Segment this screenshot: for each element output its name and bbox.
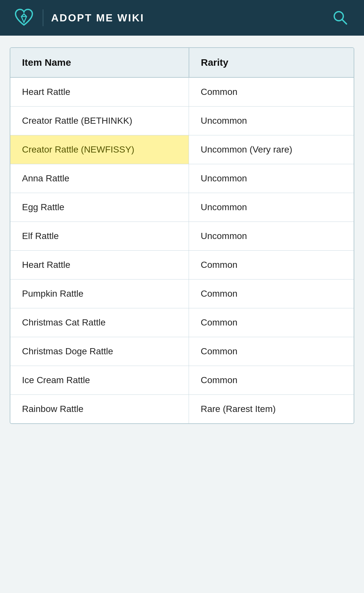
rarity-cell: Common xyxy=(189,337,354,366)
table-row: Pumpkin RattleCommon xyxy=(10,279,354,308)
rarity-cell: Uncommon xyxy=(189,107,354,135)
table-row: Creator Rattle (BETHINKK)Uncommon xyxy=(10,107,354,135)
rarity-cell: Rare (Rarest Item) xyxy=(189,395,354,424)
site-title: ADOPT ME WIKI xyxy=(51,12,144,24)
table-row: Creator Rattle (NEWFISSY)Uncommon (Very … xyxy=(10,135,354,164)
site-header: ADOPT ME WIKI xyxy=(0,0,364,36)
rarity-cell: Uncommon (Very rare) xyxy=(189,135,354,164)
rarity-cell: Common xyxy=(189,308,354,337)
search-button[interactable] xyxy=(329,6,351,29)
header-divider xyxy=(43,9,43,26)
rarity-cell: Common xyxy=(189,251,354,279)
rarity-cell: Common xyxy=(189,366,354,395)
item-name-cell: Christmas Cat Rattle xyxy=(10,308,189,337)
item-name-cell: Creator Rattle (BETHINKK) xyxy=(10,107,189,135)
rarity-cell: Uncommon xyxy=(189,222,354,251)
item-name-cell: Heart Rattle xyxy=(10,251,189,279)
rarity-cell: Uncommon xyxy=(189,193,354,222)
col-header-rarity: Rarity xyxy=(189,48,354,77)
item-name-cell: Egg Rattle xyxy=(10,193,189,222)
table-row: Egg RattleUncommon xyxy=(10,193,354,222)
item-name-cell: Pumpkin Rattle xyxy=(10,279,189,308)
table-row: Christmas Doge RattleCommon xyxy=(10,337,354,366)
table-row: Christmas Cat RattleCommon xyxy=(10,308,354,337)
logo-icon xyxy=(13,7,35,29)
table-row: Anna RattleUncommon xyxy=(10,164,354,193)
svg-line-4 xyxy=(342,19,347,24)
rarity-cell: Common xyxy=(189,77,354,107)
table-row: Heart RattleCommon xyxy=(10,77,354,107)
col-header-item-name: Item Name xyxy=(10,48,189,77)
rarity-cell: Uncommon xyxy=(189,164,354,193)
item-name-cell: Creator Rattle (NEWFISSY) xyxy=(10,135,189,164)
item-name-cell: Elf Rattle xyxy=(10,222,189,251)
item-name-cell: Anna Rattle xyxy=(10,164,189,193)
item-name-cell: Christmas Doge Rattle xyxy=(10,337,189,366)
items-table: Item Name Rarity Heart RattleCommonCreat… xyxy=(10,48,354,423)
table-row: Ice Cream RattleCommon xyxy=(10,366,354,395)
table-row: Elf RattleUncommon xyxy=(10,222,354,251)
table-container: Item Name Rarity Heart RattleCommonCreat… xyxy=(10,47,354,424)
item-name-cell: Ice Cream Rattle xyxy=(10,366,189,395)
header-left: ADOPT ME WIKI xyxy=(13,7,144,29)
rarity-cell: Common xyxy=(189,279,354,308)
table-row: Heart RattleCommon xyxy=(10,251,354,279)
item-name-cell: Heart Rattle xyxy=(10,77,189,107)
search-icon xyxy=(332,9,348,26)
table-row: Rainbow RattleRare (Rarest Item) xyxy=(10,395,354,424)
item-name-cell: Rainbow Rattle xyxy=(10,395,189,424)
table-header-row: Item Name Rarity xyxy=(10,48,354,77)
